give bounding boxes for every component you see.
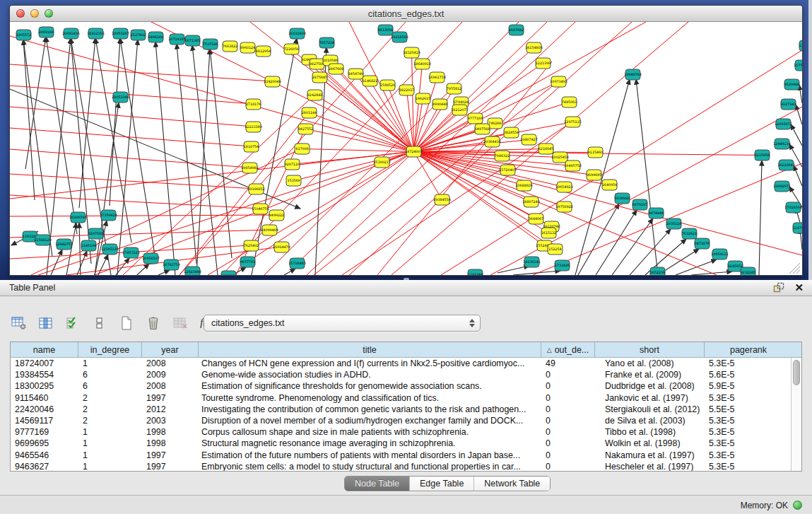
graph-node[interactable]: 8912954 bbox=[256, 46, 271, 57]
graph-node[interactable]: 1962615 bbox=[416, 93, 430, 104]
graph-node[interactable]: 12942757 bbox=[55, 239, 72, 250]
graph-node[interactable]: 1117534 bbox=[799, 40, 802, 51]
graph-node[interactable]: 7515526 bbox=[203, 39, 218, 49]
graph-node[interactable]: 18325419 bbox=[403, 47, 420, 58]
column-header-year[interactable]: year bbox=[142, 342, 199, 357]
column-header-in_degree[interactable]: in_degree bbox=[78, 342, 142, 357]
graph-node[interactable]: 1733426 bbox=[555, 260, 570, 271]
network-canvas[interactable]: 1872400719055722069140206914061841235610… bbox=[10, 22, 802, 276]
citation-network-graph[interactable]: 1872400719055722069140206914061841235610… bbox=[10, 22, 802, 276]
table-row[interactable]: 977716911998Corpus callosum shape and si… bbox=[11, 426, 801, 438]
graph-node[interactable]: 16212077 bbox=[451, 105, 468, 115]
table-row[interactable]: 1872400712008Changes of HCN gene express… bbox=[11, 358, 801, 369]
graph-node[interactable]: 8215958 bbox=[755, 150, 770, 160]
graph-node[interactable]: 9227343 bbox=[781, 99, 796, 110]
network-window-titlebar[interactable]: citations_edges.txt bbox=[10, 6, 802, 22]
graph-node[interactable]: 6216045 bbox=[539, 144, 553, 154]
graph-node[interactable]: 1810754 bbox=[244, 141, 259, 152]
table-row[interactable]: 1456911722003Disruption of a novel membe… bbox=[11, 415, 801, 426]
delete-rows-button[interactable] bbox=[144, 313, 163, 333]
column-header-pagerank[interactable]: pagerank bbox=[705, 342, 792, 357]
graph-node[interactable]: 9115460 bbox=[588, 147, 603, 158]
graph-node[interactable]: 10973493 bbox=[550, 76, 567, 87]
graph-node[interactable]: 9474444 bbox=[649, 208, 664, 218]
graph-node[interactable]: 9699695 bbox=[587, 170, 601, 180]
graph-node[interactable]: 1681304 bbox=[221, 271, 236, 276]
graph-node[interactable]: 353569 bbox=[286, 175, 301, 186]
graph-node[interactable]: 7625402 bbox=[244, 240, 259, 251]
graph-node[interactable]: 12093872 bbox=[775, 119, 792, 129]
graph-node[interactable]: 15720407 bbox=[499, 165, 516, 175]
graph-node[interactable]: 6466160 bbox=[148, 32, 163, 42]
graph-node[interactable]: 25300217 bbox=[373, 157, 390, 168]
graph-node[interactable]: 6497568 bbox=[475, 124, 490, 134]
graph-node[interactable]: 20206596 bbox=[69, 212, 86, 223]
graph-node[interactable]: 17016504 bbox=[784, 202, 801, 213]
table-scrollbar-thumb[interactable] bbox=[793, 360, 800, 385]
graph-node[interactable]: 8822037 bbox=[399, 85, 414, 95]
graph-node[interactable]: 15046756 bbox=[252, 204, 269, 214]
column-header-name[interactable]: name bbox=[11, 342, 78, 357]
graph-node[interactable]: 19218586 bbox=[391, 32, 408, 42]
table-row[interactable]: 2242004622012Investigating the contribut… bbox=[11, 404, 801, 415]
graph-node[interactable]: 17857223 bbox=[122, 247, 139, 258]
graph-node[interactable]: 9267110 bbox=[285, 159, 300, 170]
graph-node[interactable]: 2687682 bbox=[509, 25, 524, 35]
graph-node[interactable]: 12505135 bbox=[101, 244, 118, 255]
delete-table-button[interactable] bbox=[171, 313, 189, 333]
float-panel-icon[interactable] bbox=[773, 282, 784, 293]
graph-node[interactable]: 2875685 bbox=[312, 72, 327, 83]
graph-node[interactable]: 9146821 bbox=[363, 76, 377, 86]
graph-node[interactable]: 10719185 bbox=[168, 34, 185, 45]
graph-node[interactable]: 1145194 bbox=[81, 240, 96, 251]
graph-node[interactable]: 8990448 bbox=[433, 99, 447, 110]
graph-node[interactable]: 9777169 bbox=[468, 113, 483, 124]
graph-node[interactable]: 1640954 bbox=[602, 180, 617, 190]
graph-node[interactable]: 8454749 bbox=[348, 69, 363, 79]
graph-node[interactable]: 7485063 bbox=[562, 97, 577, 107]
column-header-short[interactable]: short bbox=[595, 342, 705, 357]
close-panel-icon[interactable]: ✕ bbox=[794, 282, 804, 293]
graph-node[interactable]: 9338926 bbox=[615, 193, 630, 204]
graph-node[interactable]: 2867608 bbox=[329, 64, 343, 74]
graph-node[interactable]: 2935114 bbox=[666, 218, 681, 229]
tab-network-table[interactable]: Network Table bbox=[474, 477, 550, 491]
graph-node[interactable]: 7955812 bbox=[447, 83, 461, 94]
graph-node[interactable]: 1527602 bbox=[131, 30, 146, 40]
graph-node[interactable]: 23420046 bbox=[264, 76, 281, 87]
graph-node[interactable]: 19654923 bbox=[555, 182, 572, 192]
graph-node[interactable]: 10953297 bbox=[112, 28, 129, 39]
graph-node[interactable]: 1588520 bbox=[380, 80, 395, 90]
graph-node[interactable]: 12923448 bbox=[184, 267, 201, 276]
tab-node-table[interactable]: Node Table bbox=[345, 477, 410, 491]
graph-node[interactable]: 2718176 bbox=[246, 99, 261, 110]
graph-node[interactable]: 18640910 bbox=[413, 59, 430, 69]
graph-node[interactable]: 18724007 bbox=[405, 146, 422, 157]
graph-node[interactable]: 10648784 bbox=[624, 69, 641, 80]
graph-node[interactable]: 19166852 bbox=[247, 184, 264, 194]
canvas-resize-grip[interactable] bbox=[785, 262, 801, 274]
graph-node[interactable]: 7857224 bbox=[319, 37, 334, 48]
graph-node[interactable]: 10958107 bbox=[142, 253, 159, 264]
graph-node[interactable]: 2803144 bbox=[302, 107, 317, 118]
graph-node[interactable]: 12444134 bbox=[773, 139, 790, 149]
table-row[interactable]: 1938455462009Genome-wide association stu… bbox=[11, 369, 801, 380]
graph-node[interactable]: 14099489 bbox=[261, 225, 278, 235]
graph-node[interactable]: 16914479 bbox=[273, 242, 290, 252]
graph-node[interactable]: 19495758 bbox=[564, 160, 581, 171]
graph-node[interactable]: 15751074 bbox=[794, 60, 802, 71]
graph-node[interactable]: 19854982 bbox=[241, 163, 258, 173]
graph-node[interactable]: 3824554 bbox=[504, 127, 519, 138]
graph-node[interactable]: 19384554 bbox=[433, 194, 450, 205]
column-header-out_de[interactable]: △out_de... bbox=[541, 342, 595, 357]
graph-node[interactable]: 9657791 bbox=[240, 257, 255, 267]
graph-node[interactable]: 20691406 bbox=[62, 28, 79, 39]
graph-node[interactable]: 10807427 bbox=[520, 134, 537, 145]
graph-node[interactable]: 817008 bbox=[295, 144, 310, 154]
graph-node[interactable]: 1652239 bbox=[650, 267, 665, 276]
graph-node[interactable]: 14136141 bbox=[523, 257, 540, 267]
select-columns-button[interactable] bbox=[37, 313, 55, 333]
graph-node[interactable]: 3684067 bbox=[529, 214, 543, 224]
graph-node[interactable]: 1221399 bbox=[536, 58, 551, 69]
tab-edge-table[interactable]: Edge Table bbox=[410, 477, 474, 491]
